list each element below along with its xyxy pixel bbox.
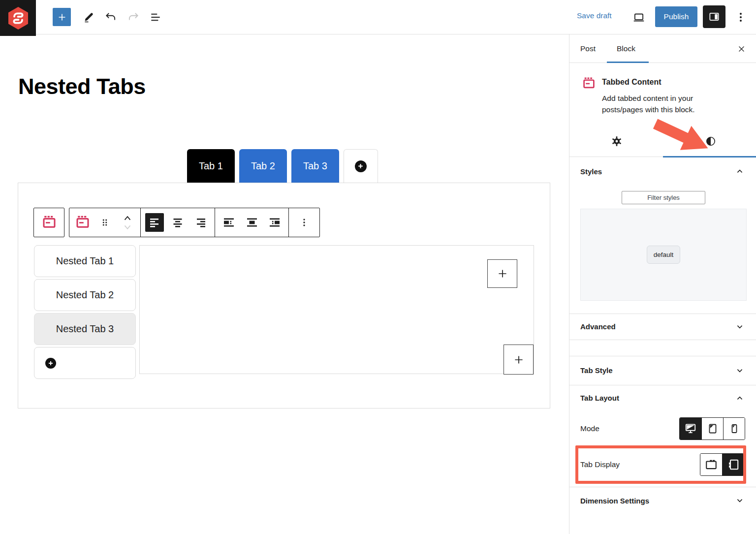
align-right-button[interactable] — [191, 213, 210, 232]
options-menu-button[interactable] — [734, 10, 748, 24]
filter-styles-button[interactable]: Filter styles — [622, 191, 705, 204]
sidebar-panel-icon — [708, 10, 721, 23]
nested-tab-3[interactable]: Nested Tab 3 — [34, 313, 136, 345]
block-card-title: Tabbed Content — [602, 78, 662, 87]
undo-icon — [104, 11, 117, 24]
laptop-icon — [632, 11, 645, 24]
sidebar-tabbar: Post Block — [569, 34, 756, 63]
block-toolbar — [69, 208, 320, 237]
tab-block[interactable]: Block — [617, 34, 635, 63]
publish-button[interactable]: Publish — [655, 6, 697, 27]
styles-tab-button[interactable] — [702, 132, 720, 150]
parent-block-selector[interactable] — [33, 208, 64, 237]
tab-display-label: Tab Display — [580, 460, 620, 469]
block-card-description: Add tabbed content in your posts/pages w… — [602, 93, 716, 116]
tabbed-content-icon — [582, 77, 596, 90]
active-variation-tab-underline — [663, 156, 756, 157]
styles-heading: Styles — [580, 167, 602, 176]
add-block-icon — [496, 267, 509, 280]
tabbed-content-icon — [42, 215, 57, 230]
nested-tab-1[interactable]: Nested Tab 1 — [34, 245, 136, 277]
sidebar-variation-tabs — [569, 126, 756, 157]
undo-button[interactable] — [104, 10, 118, 24]
pencil-icon — [83, 11, 94, 23]
block-options-button[interactable] — [295, 213, 314, 232]
redo-button[interactable] — [126, 10, 140, 24]
align-center-button[interactable] — [168, 213, 187, 232]
block-type-button[interactable] — [73, 213, 92, 232]
edit-mode-button[interactable] — [82, 10, 95, 24]
redo-icon — [127, 11, 140, 24]
site-logo[interactable] — [0, 0, 36, 36]
mode-tablet-button[interactable] — [701, 418, 723, 440]
block-appender-button[interactable] — [487, 259, 517, 288]
settings-sidebar-toggle[interactable] — [703, 5, 725, 28]
tab-style-panel-header[interactable]: Tab Style — [569, 356, 756, 385]
tab-2[interactable]: Tab 2 — [239, 149, 287, 183]
active-tab-underline — [607, 62, 649, 63]
toolbar-options — [289, 208, 319, 237]
plus-icon — [57, 12, 67, 23]
tab-3[interactable]: Tab 3 — [291, 149, 339, 183]
wordpress-block-editor: Save draft Publish Nested Tabs Tab 1 Tab… — [0, 0, 756, 534]
add-block-icon — [512, 353, 525, 366]
close-sidebar-button[interactable] — [735, 43, 747, 55]
toolbar-position-controls — [215, 208, 288, 237]
list-view-button[interactable] — [149, 10, 162, 24]
tab-display-segmented-control — [700, 453, 744, 476]
site-logo-icon — [7, 6, 29, 30]
toolbar-block-controls — [69, 208, 140, 237]
block-inserter-button[interactable] — [53, 8, 71, 26]
chevron-down-icon — [734, 495, 745, 506]
add-tab-button[interactable] — [344, 149, 378, 183]
settings-sidebar: Post Block Tabbed Content Add tabbed con… — [569, 34, 756, 534]
chevron-down-icon — [734, 321, 745, 332]
styles-panel-header[interactable]: Styles — [569, 160, 756, 183]
settings-tab-button[interactable] — [608, 132, 626, 150]
advanced-panel-header[interactable]: Advanced — [569, 314, 756, 340]
post-title[interactable]: Nested Tabs — [18, 74, 146, 99]
drag-handle[interactable] — [95, 213, 114, 232]
mode-setting-row: Mode — [569, 416, 756, 441]
close-icon — [737, 45, 746, 53]
nested-tab-content-panel[interactable] — [139, 245, 534, 374]
editor-canvas: Nested Tabs Tab 1 Tab 2 Tab 3 — [0, 34, 569, 534]
nested-tab-2[interactable]: Nested Tab 2 — [34, 279, 136, 311]
styles-half-circle-icon — [705, 135, 717, 147]
divider — [569, 340, 756, 340]
content-center-button[interactable] — [243, 213, 261, 232]
tab-1[interactable]: Tab 1 — [187, 149, 235, 183]
align-left-button[interactable] — [145, 213, 164, 232]
tab-display-horizontal-button[interactable] — [700, 454, 722, 475]
tab-display-vertical-button[interactable] — [722, 454, 744, 475]
tab-layout-panel-header[interactable]: Tab Layout — [569, 385, 756, 411]
move-up-button[interactable] — [118, 213, 137, 222]
dimension-settings-heading: Dimension Settings — [580, 497, 649, 505]
style-preview-box: default — [580, 209, 747, 301]
dimension-settings-panel-header[interactable]: Dimension Settings — [569, 487, 756, 514]
content-left-button[interactable] — [220, 213, 238, 232]
tab-post[interactable]: Post — [580, 34, 596, 63]
mode-label: Mode — [580, 424, 599, 433]
preview-button[interactable] — [632, 10, 646, 24]
tab-display-setting-row: Tab Display — [569, 449, 756, 480]
gear-icon — [611, 135, 623, 147]
content-right-button[interactable] — [265, 213, 284, 232]
add-nested-tab-icon — [45, 358, 56, 369]
add-nested-tab-button[interactable] — [34, 347, 136, 379]
mode-desktop-button[interactable] — [680, 418, 701, 440]
mode-segmented-control — [679, 417, 745, 440]
save-draft-button[interactable]: Save draft — [577, 11, 612, 20]
mode-phone-button[interactable] — [723, 418, 745, 440]
move-down-button[interactable] — [118, 222, 137, 232]
default-style-chip[interactable]: default — [647, 246, 680, 264]
ellipsis-vertical-icon — [735, 11, 747, 23]
add-tab-icon — [355, 160, 367, 172]
advanced-heading: Advanced — [580, 322, 616, 331]
nested-tabs-list: Nested Tab 1 Nested Tab 2 Nested Tab 3 — [34, 245, 136, 379]
chevron-down-icon — [734, 365, 745, 376]
editor-topbar: Save draft Publish — [0, 0, 756, 34]
chevron-up-icon — [734, 393, 745, 404]
block-appender-button[interactable] — [504, 345, 534, 375]
toolbar-align-controls — [141, 208, 215, 237]
